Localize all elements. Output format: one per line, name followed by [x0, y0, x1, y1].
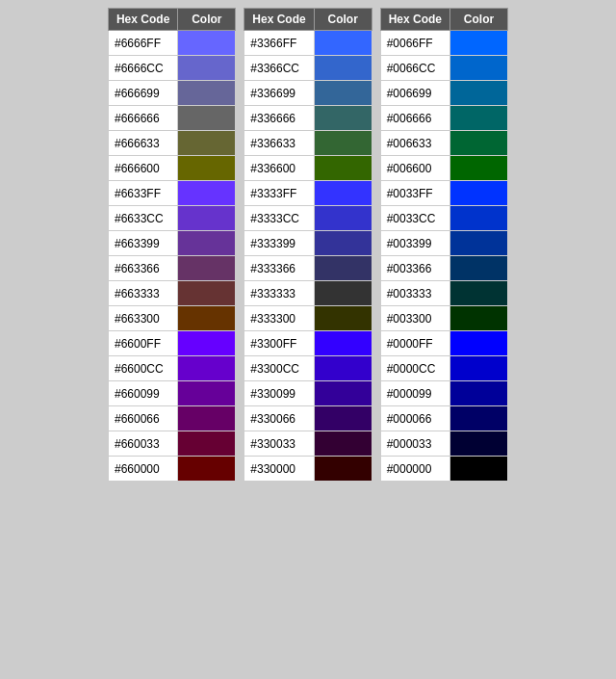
- hex-code-cell: #6633FF: [108, 181, 177, 206]
- color-swatch-cell: [178, 231, 236, 256]
- table-row: #000033: [380, 431, 507, 457]
- hex-code-cell: #330033: [244, 431, 314, 457]
- color-swatch-cell: [450, 106, 508, 131]
- hex-code-cell: #3366FF: [244, 31, 314, 56]
- color-swatch-cell: [178, 356, 236, 381]
- hex-code-cell: #6600CC: [108, 356, 177, 381]
- table-row: #3300FF: [244, 331, 372, 356]
- hex-code-cell: #000099: [380, 381, 449, 406]
- color-swatch-cell: [178, 306, 236, 331]
- color-swatch-cell: [450, 381, 508, 406]
- table-row: #0033CC: [380, 206, 507, 231]
- color-swatch-cell: [314, 331, 372, 356]
- hex-code-cell: #336600: [244, 156, 314, 181]
- color-swatch-cell: [450, 156, 508, 181]
- color-swatch-cell: [314, 406, 372, 431]
- color-swatch-cell: [450, 406, 508, 431]
- color-swatch-cell: [178, 181, 236, 206]
- table-row: #3333FF: [244, 181, 372, 206]
- table-row: #666699: [108, 81, 235, 106]
- color-swatch-cell: [178, 31, 236, 56]
- table-row: #6633FF: [108, 181, 235, 206]
- color-swatch-cell: [450, 231, 508, 256]
- color-swatch-cell: [178, 256, 236, 281]
- color-swatch-cell: [450, 31, 508, 56]
- table-row: #330066: [244, 406, 372, 431]
- hex-code-cell: #0000FF: [380, 331, 449, 356]
- color-swatch-cell: [314, 381, 372, 406]
- color-swatch-cell: [314, 306, 372, 331]
- hex-code-cell: #336666: [244, 106, 314, 131]
- color-swatch-cell: [314, 231, 372, 256]
- hex-code-cell: #003333: [380, 281, 449, 306]
- hex-code-cell: #330066: [244, 406, 314, 431]
- color-swatch-cell: [314, 457, 372, 482]
- color-swatch-cell: [314, 431, 372, 457]
- color-swatch-cell: [314, 106, 372, 131]
- table-row: #0000FF: [380, 331, 507, 356]
- color-swatch-cell: [314, 81, 372, 106]
- color-swatch-cell: [450, 356, 508, 381]
- table-row: #660033: [108, 431, 235, 457]
- table-row: #000066: [380, 406, 507, 431]
- table-row: #333333: [244, 281, 372, 306]
- color-swatch-cell: [178, 156, 236, 181]
- color-swatch-cell: [178, 56, 236, 81]
- color-swatch-cell: [178, 457, 236, 482]
- color-swatch-cell: [314, 256, 372, 281]
- table-row: #336699: [244, 81, 372, 106]
- table2-header-hexcode: Hex Code: [244, 9, 314, 31]
- table-row: #330033: [244, 431, 372, 457]
- color-swatch-cell: [450, 331, 508, 356]
- table-row: #006699: [380, 81, 507, 106]
- hex-code-cell: #333399: [244, 231, 314, 256]
- table-row: #330000: [244, 457, 372, 482]
- color-swatch-cell: [314, 206, 372, 231]
- color-swatch-cell: [450, 281, 508, 306]
- hex-code-cell: #330000: [244, 457, 314, 482]
- table-row: #0033FF: [380, 181, 507, 206]
- hex-code-cell: #0033FF: [380, 181, 449, 206]
- table-row: #663399: [108, 231, 235, 256]
- table-row: #3366FF: [244, 31, 372, 56]
- hex-code-cell: #666666: [108, 106, 177, 131]
- table2-header-color: Color: [314, 9, 372, 31]
- color-swatch-cell: [450, 181, 508, 206]
- color-swatch-cell: [178, 206, 236, 231]
- color-swatch-cell: [450, 431, 508, 457]
- table3-header-hexcode: Hex Code: [380, 9, 449, 31]
- table-row: #336666: [244, 106, 372, 131]
- table-row: #6666FF: [108, 31, 235, 56]
- color-swatch-cell: [450, 256, 508, 281]
- hex-code-cell: #6633CC: [108, 206, 177, 231]
- hex-code-cell: #3333CC: [244, 206, 314, 231]
- hex-code-cell: #663366: [108, 256, 177, 281]
- hex-code-cell: #006600: [380, 156, 449, 181]
- hex-code-cell: #663300: [108, 306, 177, 331]
- table-row: #6666CC: [108, 56, 235, 81]
- table-row: #3300CC: [244, 356, 372, 381]
- color-swatch-cell: [178, 81, 236, 106]
- color-swatch-cell: [450, 131, 508, 156]
- hex-code-cell: #660066: [108, 406, 177, 431]
- hex-code-cell: #666633: [108, 131, 177, 156]
- color-swatch-cell: [178, 381, 236, 406]
- table-row: #006666: [380, 106, 507, 131]
- hex-code-cell: #3300FF: [244, 331, 314, 356]
- table-row: #3333CC: [244, 206, 372, 231]
- table-row: #666600: [108, 156, 235, 181]
- color-swatch-cell: [178, 106, 236, 131]
- table-row: #003333: [380, 281, 507, 306]
- hex-code-cell: #333300: [244, 306, 314, 331]
- table-row: #666666: [108, 106, 235, 131]
- color-swatch-cell: [178, 331, 236, 356]
- hex-code-cell: #6666FF: [108, 31, 177, 56]
- hex-code-cell: #663399: [108, 231, 177, 256]
- table-row: #003366: [380, 256, 507, 281]
- tables-wrapper: Hex CodeColor#6666FF#6666CC#666699#66666…: [108, 8, 508, 482]
- table-row: #0000CC: [380, 356, 507, 381]
- table-row: #333399: [244, 231, 372, 256]
- hex-code-cell: #006666: [380, 106, 449, 131]
- table-row: #003300: [380, 306, 507, 331]
- hex-code-cell: #333333: [244, 281, 314, 306]
